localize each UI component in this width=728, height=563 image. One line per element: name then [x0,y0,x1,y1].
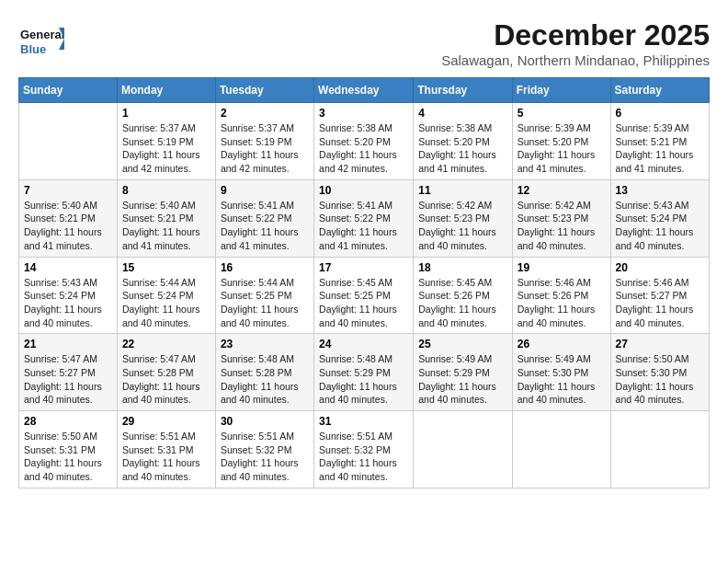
calendar-cell: 10Sunrise: 5:41 AMSunset: 5:22 PMDayligh… [314,179,414,257]
day-detail: Sunrise: 5:46 AMSunset: 5:27 PMDaylight:… [616,276,704,330]
day-number: 27 [616,338,704,350]
day-detail: Sunrise: 5:44 AMSunset: 5:24 PMDaylight:… [122,276,210,330]
day-detail: Sunrise: 5:37 AMSunset: 5:19 PMDaylight:… [122,121,210,176]
calendar-cell: 19Sunrise: 5:46 AMSunset: 5:26 PMDayligh… [512,257,610,334]
day-detail: Sunrise: 5:47 AMSunset: 5:28 PMDaylight:… [122,352,210,407]
calendar-cell: 9Sunrise: 5:41 AMSunset: 5:22 PMDaylight… [215,179,313,257]
day-number: 4 [418,107,506,120]
header-friday: Friday [512,78,610,103]
logo: General Blue [18,18,64,64]
calendar-cell [512,411,610,488]
day-number: 26 [518,338,606,350]
day-number: 13 [616,184,704,197]
day-number: 23 [221,338,309,350]
day-detail: Sunrise: 5:43 AMSunset: 5:24 PMDaylight:… [616,199,704,253]
calendar-cell: 31Sunrise: 5:51 AMSunset: 5:32 PMDayligh… [314,411,414,488]
day-number: 11 [418,184,506,197]
header-saturday: Saturday [610,78,709,103]
header-tuesday: Tuesday [215,78,313,103]
calendar-cell [19,103,118,180]
day-detail: Sunrise: 5:45 AMSunset: 5:25 PMDaylight:… [319,276,408,330]
calendar-cell: 27Sunrise: 5:50 AMSunset: 5:30 PMDayligh… [610,334,709,411]
calendar-cell: 29Sunrise: 5:51 AMSunset: 5:31 PMDayligh… [117,411,215,488]
calendar-cell: 30Sunrise: 5:51 AMSunset: 5:32 PMDayligh… [215,411,313,488]
calendar-cell: 16Sunrise: 5:44 AMSunset: 5:25 PMDayligh… [215,257,313,334]
day-number: 8 [122,184,210,197]
calendar-cell: 1Sunrise: 5:37 AMSunset: 5:19 PMDaylight… [117,103,215,180]
day-detail: Sunrise: 5:41 AMSunset: 5:22 PMDaylight:… [221,199,309,253]
day-detail: Sunrise: 5:38 AMSunset: 5:20 PMDaylight:… [418,121,506,176]
calendar-cell: 12Sunrise: 5:42 AMSunset: 5:23 PMDayligh… [512,179,610,257]
day-number: 16 [221,261,309,274]
day-detail: Sunrise: 5:48 AMSunset: 5:28 PMDaylight:… [221,352,309,407]
location-subtitle: Salawagan, Northern Mindanao, Philippine… [441,52,710,68]
calendar-cell: 13Sunrise: 5:43 AMSunset: 5:24 PMDayligh… [610,179,709,257]
day-number: 29 [122,415,210,428]
day-number: 1 [122,107,210,120]
calendar-header-row: SundayMondayTuesdayWednesdayThursdayFrid… [19,78,710,103]
day-detail: Sunrise: 5:51 AMSunset: 5:32 PMDaylight:… [221,430,309,484]
day-detail: Sunrise: 5:51 AMSunset: 5:32 PMDaylight:… [319,430,408,484]
day-number: 22 [122,338,210,350]
day-number: 20 [616,261,704,274]
day-detail: Sunrise: 5:39 AMSunset: 5:21 PMDaylight:… [616,121,704,176]
logo-icon: General Blue [18,18,64,64]
day-number: 5 [518,107,606,120]
calendar-week-row: 7Sunrise: 5:40 AMSunset: 5:21 PMDaylight… [19,179,710,257]
calendar-cell: 17Sunrise: 5:45 AMSunset: 5:25 PMDayligh… [314,257,414,334]
day-detail: Sunrise: 5:50 AMSunset: 5:31 PMDaylight:… [24,430,112,484]
svg-text:General: General [20,28,64,41]
title-area: December 2025 Salawagan, Northern Mindan… [441,18,710,68]
day-number: 30 [221,415,309,428]
day-detail: Sunrise: 5:43 AMSunset: 5:24 PMDaylight:… [24,276,112,330]
calendar-week-row: 1Sunrise: 5:37 AMSunset: 5:19 PMDaylight… [19,103,710,180]
calendar-table: SundayMondayTuesdayWednesdayThursdayFrid… [18,77,710,488]
day-detail: Sunrise: 5:45 AMSunset: 5:26 PMDaylight:… [418,276,506,330]
header-wednesday: Wednesday [314,78,414,103]
calendar-cell: 4Sunrise: 5:38 AMSunset: 5:20 PMDaylight… [414,103,512,180]
day-number: 10 [319,184,408,197]
day-detail: Sunrise: 5:37 AMSunset: 5:19 PMDaylight:… [221,121,309,176]
page-header: General Blue December 2025 Salawagan, No… [18,18,710,68]
day-detail: Sunrise: 5:49 AMSunset: 5:30 PMDaylight:… [518,352,606,407]
calendar-cell: 28Sunrise: 5:50 AMSunset: 5:31 PMDayligh… [19,411,118,488]
day-number: 18 [418,261,506,274]
day-detail: Sunrise: 5:42 AMSunset: 5:23 PMDaylight:… [418,199,506,253]
calendar-cell: 11Sunrise: 5:42 AMSunset: 5:23 PMDayligh… [414,179,512,257]
header-monday: Monday [117,78,215,103]
day-detail: Sunrise: 5:47 AMSunset: 5:27 PMDaylight:… [24,352,112,407]
day-number: 12 [518,184,606,197]
day-number: 21 [24,338,112,350]
day-detail: Sunrise: 5:46 AMSunset: 5:26 PMDaylight:… [518,276,606,330]
day-number: 15 [122,261,210,274]
day-detail: Sunrise: 5:39 AMSunset: 5:20 PMDaylight:… [518,121,606,176]
day-number: 24 [319,338,408,350]
day-detail: Sunrise: 5:44 AMSunset: 5:25 PMDaylight:… [221,276,309,330]
day-number: 19 [518,261,606,274]
day-number: 3 [319,107,408,120]
calendar-cell: 3Sunrise: 5:38 AMSunset: 5:20 PMDaylight… [314,103,414,180]
calendar-cell: 23Sunrise: 5:48 AMSunset: 5:28 PMDayligh… [215,334,313,411]
calendar-cell: 24Sunrise: 5:48 AMSunset: 5:29 PMDayligh… [314,334,414,411]
day-number: 9 [221,184,309,197]
calendar-cell: 21Sunrise: 5:47 AMSunset: 5:27 PMDayligh… [19,334,118,411]
calendar-cell: 8Sunrise: 5:40 AMSunset: 5:21 PMDaylight… [117,179,215,257]
day-detail: Sunrise: 5:51 AMSunset: 5:31 PMDaylight:… [122,430,210,484]
header-thursday: Thursday [414,78,512,103]
calendar-cell: 14Sunrise: 5:43 AMSunset: 5:24 PMDayligh… [19,257,118,334]
calendar-cell: 20Sunrise: 5:46 AMSunset: 5:27 PMDayligh… [610,257,709,334]
calendar-cell: 2Sunrise: 5:37 AMSunset: 5:19 PMDaylight… [215,103,313,180]
calendar-cell [414,411,512,488]
day-detail: Sunrise: 5:38 AMSunset: 5:20 PMDaylight:… [319,121,408,176]
calendar-cell: 15Sunrise: 5:44 AMSunset: 5:24 PMDayligh… [117,257,215,334]
day-detail: Sunrise: 5:42 AMSunset: 5:23 PMDaylight:… [518,199,606,253]
calendar-week-row: 21Sunrise: 5:47 AMSunset: 5:27 PMDayligh… [19,334,710,411]
day-detail: Sunrise: 5:50 AMSunset: 5:30 PMDaylight:… [616,352,704,407]
calendar-cell: 6Sunrise: 5:39 AMSunset: 5:21 PMDaylight… [610,103,709,180]
calendar-cell: 5Sunrise: 5:39 AMSunset: 5:20 PMDaylight… [512,103,610,180]
calendar-cell: 22Sunrise: 5:47 AMSunset: 5:28 PMDayligh… [117,334,215,411]
day-number: 14 [24,261,112,274]
day-detail: Sunrise: 5:48 AMSunset: 5:29 PMDaylight:… [319,352,408,407]
day-number: 28 [24,415,112,428]
day-number: 2 [221,107,309,120]
